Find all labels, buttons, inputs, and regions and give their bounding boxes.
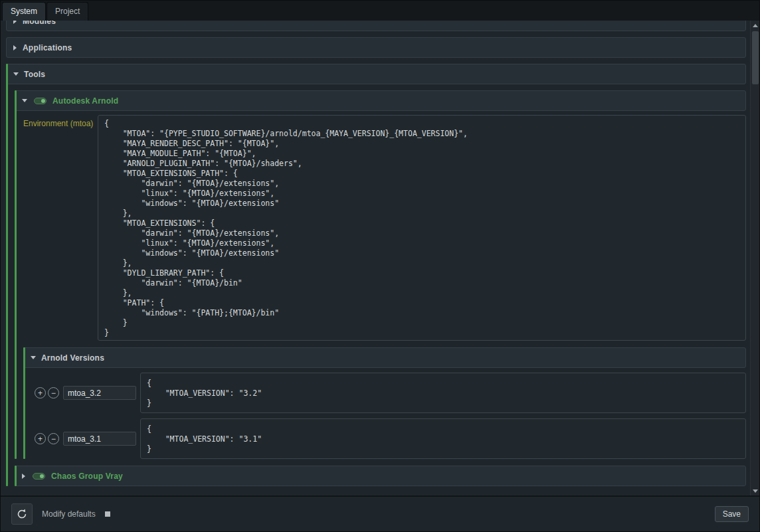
- tools-body: Autodesk Arnold Environment (mtoa) { "MT…: [15, 90, 746, 486]
- environment-field-row: Environment (mtoa) { "MTOA": "{PYPE_STUD…: [23, 115, 746, 341]
- footer-bar: Modify defaults Save: [1, 495, 759, 531]
- add-version-button[interactable]: +: [35, 433, 46, 444]
- section-header-chaos-group-vray[interactable]: Chaos Group Vray: [15, 466, 746, 486]
- refresh-button[interactable]: [11, 503, 33, 525]
- section-title-modules: Modules: [23, 21, 56, 26]
- section-header-applications[interactable]: Applications: [6, 37, 746, 58]
- chevron-right-icon: [13, 45, 17, 50]
- remove-version-button[interactable]: −: [48, 433, 59, 444]
- arnold-versions-body: + − { "MTOA_VERSION": "3.2" } + −: [35, 373, 746, 459]
- section-arnold-versions: Arnold Versions + − { "MTOA_VERSION": "3…: [23, 347, 746, 459]
- settings-main: Modules Applications Tools: [1, 21, 759, 495]
- chevron-right-icon: [22, 474, 25, 479]
- refresh-icon: [16, 508, 28, 520]
- add-version-button[interactable]: +: [35, 387, 46, 399]
- section-modules: Modules: [6, 21, 746, 31]
- modify-defaults-label: Modify defaults: [42, 509, 96, 519]
- settings-window: System Project Modules Applications: [0, 0, 760, 532]
- section-title-autodesk-arnold: Autodesk Arnold: [52, 96, 118, 106]
- version-json-editor[interactable]: { "MTOA_VERSION": "3.2" }: [140, 373, 746, 413]
- enabled-toggle[interactable]: [34, 98, 47, 104]
- modified-state-line: [15, 90, 17, 459]
- scrollbar-thumb[interactable]: [752, 31, 759, 84]
- save-button[interactable]: Save: [715, 506, 749, 522]
- modified-state-line: [23, 347, 25, 459]
- section-header-modules[interactable]: Modules: [6, 21, 746, 31]
- main-tabbar: System Project: [1, 1, 759, 21]
- section-title-arnold-versions: Arnold Versions: [41, 353, 104, 363]
- chevron-right-icon: [13, 21, 17, 24]
- scroll-down-icon: [753, 489, 758, 493]
- section-tools: Tools Autodesk Arnold: [6, 64, 746, 486]
- modified-state-line: [6, 64, 8, 486]
- environment-field-label: Environment (mtoa): [23, 115, 98, 128]
- vertical-scrollbar: [750, 21, 759, 495]
- modified-state-line: [15, 466, 17, 486]
- remove-version-button[interactable]: −: [48, 387, 59, 399]
- scrollbar-track[interactable]: [751, 30, 759, 486]
- modify-defaults-checkbox[interactable]: [105, 511, 110, 517]
- section-title-chaos-group-vray: Chaos Group Vray: [51, 472, 123, 481]
- enabled-toggle[interactable]: [33, 473, 45, 480]
- version-key-input[interactable]: [63, 432, 136, 446]
- chevron-down-icon: [31, 356, 36, 359]
- section-header-autodesk-arnold[interactable]: Autodesk Arnold: [15, 90, 746, 111]
- tab-project[interactable]: Project: [47, 2, 88, 21]
- version-key-input[interactable]: [63, 386, 136, 400]
- tab-system[interactable]: System: [2, 2, 46, 21]
- chevron-down-icon: [22, 99, 27, 102]
- scroll-up-button[interactable]: [751, 21, 759, 30]
- section-applications: Applications: [6, 37, 746, 58]
- scroll-down-button[interactable]: [751, 486, 759, 495]
- version-row-mtoa-3-2: + − { "MTOA_VERSION": "3.2" }: [35, 373, 746, 413]
- scroll-up-icon: [753, 24, 758, 27]
- environment-json-editor[interactable]: { "MTOA": "{PYPE_STUDIO_SOFTWARE}/arnold…: [98, 115, 746, 341]
- section-header-tools[interactable]: Tools: [6, 64, 746, 84]
- autodesk-arnold-body: Environment (mtoa) { "MTOA": "{PYPE_STUD…: [23, 115, 746, 459]
- section-chaos-group-vray: Chaos Group Vray: [15, 466, 746, 486]
- version-row-mtoa-3-1: + − { "MTOA_VERSION": "3.1" }: [35, 418, 746, 459]
- version-json-editor[interactable]: { "MTOA_VERSION": "3.1" }: [140, 418, 746, 459]
- chevron-down-icon: [13, 72, 19, 76]
- section-header-arnold-versions[interactable]: Arnold Versions: [23, 347, 746, 368]
- section-autodesk-arnold: Autodesk Arnold Environment (mtoa) { "MT…: [15, 90, 746, 459]
- section-title-applications: Applications: [23, 43, 72, 52]
- section-title-tools: Tools: [24, 70, 45, 79]
- settings-scroll-area: Modules Applications Tools: [1, 21, 750, 495]
